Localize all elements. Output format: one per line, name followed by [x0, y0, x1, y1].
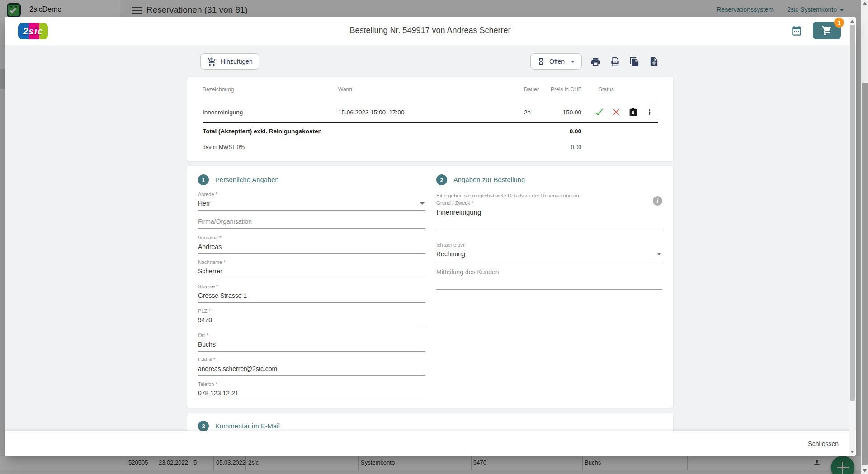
field-firma	[198, 216, 425, 229]
cart-icon	[821, 25, 832, 36]
scroll-down-arrow-icon	[850, 451, 854, 453]
order-items-table: Bezeichnung Wann Dauer Preis in CHF Stat…	[187, 77, 673, 161]
mitteilung-input[interactable]	[436, 267, 662, 290]
pdf-icon: PDF	[610, 56, 620, 67]
vorname-input[interactable]	[198, 241, 425, 254]
item-status-actions	[581, 107, 658, 117]
vat-row: davon MWST 0% 0.00	[203, 140, 658, 155]
copy-icon	[629, 56, 640, 67]
scroll-up-arrow-icon	[863, 2, 867, 5]
add-item-button[interactable]: Hinzufügen	[200, 53, 259, 70]
email-comment-card: 3 Kommentar im E-Mail	[187, 413, 673, 431]
section-1-header: 1 Persönliche Angaben	[198, 174, 425, 185]
print-icon	[590, 56, 601, 67]
chevron-down-icon	[420, 202, 425, 205]
dialog-title: Bestellung Nr. 549917 von Andreas Scherr…	[5, 26, 856, 35]
section-1-number: 1	[198, 174, 209, 185]
firma-input[interactable]	[198, 216, 425, 229]
section-3-title: Kommentar im E-Mail	[215, 422, 280, 430]
order-toolbar: Hinzufügen Offen PDF	[187, 53, 673, 70]
cart-badge: 1	[834, 18, 844, 28]
copy-button[interactable]	[628, 56, 640, 67]
section-2-number: 2	[436, 174, 447, 185]
field-plz: PLZ *	[198, 308, 425, 327]
col-preis: Preis in CHF	[550, 86, 581, 93]
scroll-up-arrow-icon	[850, 20, 854, 23]
table-header-row: Bezeichnung Wann Dauer Preis in CHF Stat…	[203, 77, 658, 102]
chevron-down-icon	[657, 253, 661, 255]
reject-x-icon[interactable]	[612, 108, 621, 117]
scrollbar-thumb[interactable]	[862, 83, 868, 465]
accept-check-icon[interactable]	[594, 107, 604, 117]
order-form-card: 1 Persönliche Angaben Anrede * Herr	[187, 166, 673, 408]
scrollbar-thumb[interactable]	[850, 25, 855, 401]
item-preis: 150.00	[550, 109, 581, 116]
hourglass-icon	[537, 57, 545, 66]
add-shopping-cart-icon	[207, 57, 217, 66]
dialog-header: 2sic Bestellung Nr. 549917 von Andreas S…	[5, 17, 856, 45]
personal-data-column: 1 Persönliche Angaben Anrede * Herr	[198, 174, 425, 408]
note-add-icon	[649, 56, 659, 67]
grund-zweck-textarea[interactable]: Innenreinigung	[436, 208, 662, 230]
plz-input[interactable]	[198, 314, 425, 327]
section-3-header: 3 Kommentar im E-Mail	[198, 421, 662, 431]
table-row: Innenreinigung 15.06.2023 15:00–17:00 2h…	[203, 102, 658, 123]
vat-value: 0.00	[550, 144, 581, 150]
telefon-input[interactable]	[198, 388, 425, 400]
section-3-number: 3	[198, 421, 209, 431]
field-email: E-Mail *	[198, 357, 425, 376]
field-strasse: Strasse *	[198, 284, 425, 303]
total-label: Total (Akzeptiert) exkl. Reinigungskoste…	[203, 128, 550, 135]
anrede-select[interactable]: Herr	[198, 198, 425, 211]
total-value: 0.00	[550, 128, 581, 135]
section-2-header: 2 Angaben zur Bestellung	[436, 174, 662, 185]
col-wann: Wann	[338, 86, 524, 93]
info-icon[interactable]: i	[653, 196, 662, 206]
col-status: Status	[581, 86, 658, 93]
vat-label: davon MWST 0%	[203, 144, 550, 150]
nachname-input[interactable]	[198, 266, 425, 278]
section-1-title: Persönliche Angaben	[215, 176, 279, 183]
item-bezeichnung: Innenreinigung	[203, 109, 338, 116]
pdf-button[interactable]: PDF	[609, 56, 621, 67]
order-dialog: 2sic Bestellung Nr. 549917 von Andreas S…	[5, 17, 856, 456]
grund-hint: Bitte geben sie möglichst viele Details …	[436, 192, 662, 206]
new-document-button[interactable]	[648, 56, 660, 67]
strasse-input[interactable]	[198, 290, 425, 303]
email-input[interactable]	[198, 363, 425, 376]
field-zahlung: Ich zahle per Rechnung	[436, 242, 662, 261]
dialog-scrollbar[interactable]	[849, 18, 855, 455]
page-scrollbar[interactable]	[861, 0, 868, 474]
cart-button[interactable]: 1	[813, 22, 841, 39]
item-dauer: 2h	[524, 109, 550, 116]
zahlung-select[interactable]: Rechnung	[436, 249, 662, 261]
col-dauer: Dauer	[524, 86, 550, 93]
screen: 2sicDemo Reservationen (31 von 81) Reser…	[0, 0, 868, 474]
field-mitteilung	[436, 267, 662, 290]
more-vert-icon[interactable]	[646, 108, 654, 116]
calendar-icon[interactable]	[791, 25, 802, 37]
chevron-down-icon	[571, 61, 575, 63]
col-bezeichnung: Bezeichnung	[203, 86, 338, 93]
svg-text:PDF: PDF	[613, 61, 617, 63]
field-anrede: Anrede * Herr	[198, 192, 425, 211]
dialog-body: Hinzufügen Offen PDF	[5, 45, 856, 431]
scroll-down-arrow-icon	[863, 469, 867, 472]
field-vorname: Vorname *	[198, 235, 425, 254]
dialog-actions: Schliessen	[5, 431, 856, 456]
order-details-column: 2 Angaben zur Bestellung Bitte geben sie…	[436, 174, 662, 408]
close-button[interactable]: Schliessen	[802, 436, 845, 451]
clipboard-download-icon[interactable]	[628, 108, 638, 117]
item-wann: 15.06.2023 15:00–17:00	[338, 109, 524, 116]
section-2-title: Angaben zur Bestellung	[453, 176, 525, 183]
total-row: Total (Akzeptiert) exkl. Reinigungskoste…	[203, 123, 658, 140]
field-telefon: Telefon *	[198, 381, 425, 400]
ort-input[interactable]	[198, 339, 425, 352]
field-ort: Ort *	[198, 333, 425, 352]
field-nachname: Nachname *	[198, 259, 425, 278]
status-select[interactable]: Offen	[530, 53, 582, 70]
print-button[interactable]	[590, 56, 601, 67]
toolbar-actions: Offen PDF	[530, 53, 660, 70]
